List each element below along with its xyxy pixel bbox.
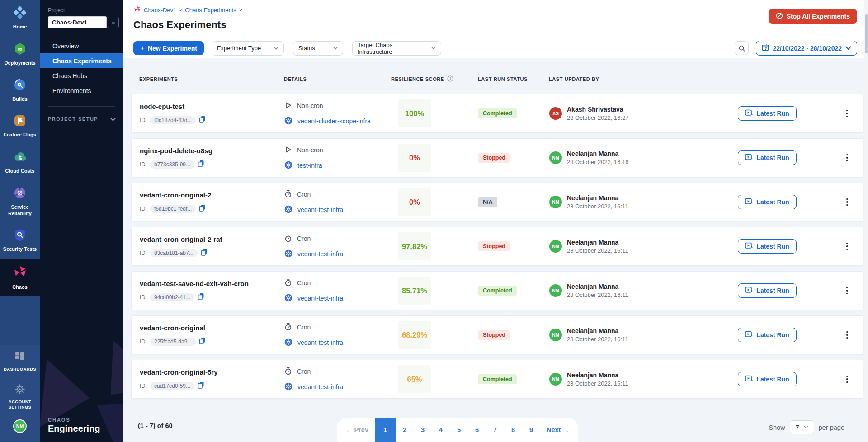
user-avatar[interactable]: NM — [13, 419, 27, 433]
latest-run-button[interactable]: Latest Run — [738, 328, 796, 342]
table-row[interactable]: vedant-cron-original-2-raf ID: 83cab181-… — [131, 227, 863, 266]
sidebar-item-overview[interactable]: Overview — [40, 38, 123, 53]
avatar: NM — [549, 240, 562, 253]
rail-item-dashboards[interactable]: DASHBOARDS — [0, 345, 40, 378]
experiment-id: b773c335-99... — [150, 160, 194, 169]
date-range-picker[interactable]: 22/10/2022 - 28/10/2022 — [756, 41, 857, 56]
play-icon — [284, 101, 292, 111]
rail-item-builds[interactable]: Builds — [0, 72, 40, 108]
table-row[interactable]: vedant-cron-original-2 ID: f6d19bc1-fedf… — [131, 183, 863, 221]
schedule-type: Cron — [297, 324, 311, 331]
stopwatch-icon — [284, 234, 292, 244]
updated-date: 28 October 2022, 16:11 — [567, 380, 628, 387]
copy-icon[interactable] — [198, 160, 204, 169]
rail-item-chaos[interactable]: Chaos — [0, 259, 40, 296]
project-setup-section[interactable]: PROJECT SETUP — [48, 115, 116, 123]
copy-icon[interactable] — [201, 249, 208, 257]
page-button-1[interactable]: 1 — [375, 418, 396, 442]
rail-item-account-settings[interactable]: ACCOUNT SETTINGS — [0, 378, 40, 416]
infrastructure-link[interactable]: vedant-cluster-scope-infra — [297, 118, 371, 125]
updated-date: 28 October 2022, 16:16 — [567, 159, 629, 165]
rail-item-feature-flags[interactable]: Feature Flags — [0, 108, 40, 144]
experiment-name: vedant-test-save-nd-exit-v8h-cron — [140, 280, 284, 287]
kubernetes-icon — [284, 249, 292, 259]
project-select-input[interactable] — [48, 16, 107, 28]
infrastructure-link[interactable]: vedant-test-infra — [297, 206, 343, 213]
page-button-7[interactable]: 7 — [486, 418, 504, 442]
page-size-select[interactable]: 7 — [790, 420, 814, 434]
status-badge: Completed — [478, 286, 517, 296]
latest-run-button[interactable]: Latest Run — [738, 195, 796, 209]
rail-item-cloud-costs[interactable]: $ Cloud Costs — [0, 144, 40, 180]
row-menu-button[interactable] — [844, 240, 851, 253]
latest-run-button[interactable]: Latest Run — [738, 239, 796, 254]
infrastructure-link[interactable]: vedant-test-infra — [297, 295, 343, 302]
page-button-5[interactable]: 5 — [450, 418, 468, 442]
rail-spacer — [0, 296, 40, 346]
table-row[interactable]: nginx-pod-delete-u8sg ID: b773c335-99...… — [131, 138, 863, 177]
rail-item-home[interactable]: Home — [0, 0, 40, 36]
table-row[interactable]: vedant-cron-original-5ry ID: cad17ed0-59… — [131, 360, 863, 399]
latest-run-button[interactable]: Latest Run — [738, 283, 796, 298]
latest-run-button[interactable]: Latest Run — [738, 150, 796, 165]
prev-page-button[interactable]: ← Prev — [340, 418, 375, 442]
row-menu-button[interactable] — [844, 196, 851, 209]
sidebar-item-chaos-hubs[interactable]: Chaos Hubs — [40, 68, 123, 83]
page-button-9[interactable]: 9 — [522, 418, 540, 442]
row-menu-button[interactable] — [844, 329, 851, 342]
stop-all-experiments-button[interactable]: Stop All Experiments — [769, 9, 857, 24]
rail-item-service-reliability[interactable]: Service Reliability — [0, 180, 40, 223]
page-button-8[interactable]: 8 — [504, 418, 522, 442]
page-button-6[interactable]: 6 — [468, 418, 486, 442]
latest-run-button[interactable]: Latest Run — [738, 372, 796, 386]
column-last-run-status: LAST RUN STATUS — [478, 76, 549, 82]
sidebar-item-chaos-experiments[interactable]: Chaos Experiments — [40, 53, 123, 68]
copy-icon[interactable] — [198, 381, 204, 390]
breadcrumb-project-link[interactable]: Chaos-Dev1 — [144, 7, 176, 14]
experiment-name: nginx-pod-delete-u8sg — [140, 147, 284, 155]
experiment-id: f6d19bc1-fedf... — [150, 205, 196, 213]
scrollbar[interactable] — [864, 0, 868, 442]
experiment-name: vedant-cron-original-5ry — [140, 368, 284, 376]
expand-sidebar-button[interactable]: » — [108, 17, 119, 28]
target-infrastructure-filter[interactable]: Target Chaos Infrastructure — [352, 41, 441, 56]
breadcrumb: Chaos-Dev1 > Chaos Experiments > — [133, 5, 857, 14]
copy-icon[interactable] — [199, 116, 206, 124]
page-button-2[interactable]: 2 — [396, 418, 414, 442]
latest-run-button[interactable]: Latest Run — [738, 106, 796, 121]
status-filter[interactable]: Status — [293, 41, 343, 56]
rail-item-security-tests[interactable]: Security Tests — [0, 222, 40, 259]
table-row[interactable]: vedant-cron-original ID: 225fcad5-da9...… — [131, 315, 863, 354]
copy-icon[interactable] — [199, 204, 206, 213]
search-icon — [738, 45, 745, 52]
rail-item-deployments[interactable]: ∞ Deployments — [0, 36, 40, 72]
search-button[interactable] — [735, 41, 749, 55]
copy-icon[interactable] — [199, 337, 206, 346]
new-experiment-button[interactable]: + New Experiment — [133, 41, 204, 55]
chaos-icon — [12, 264, 28, 282]
row-menu-button[interactable] — [844, 107, 851, 120]
page-header: Chaos-Dev1 > Chaos Experiments > Chaos E… — [123, 0, 868, 38]
row-menu-button[interactable] — [844, 284, 851, 297]
gear-icon — [14, 384, 25, 396]
table-row[interactable]: node-cpu-test ID: f0c187d4-43d... Non-cr… — [131, 94, 863, 133]
rail-bottom-group: DASHBOARDS ACCOUNT SETTINGS NM — [0, 345, 40, 442]
chevron-down-icon — [274, 47, 278, 50]
page-button-3[interactable]: 3 — [414, 418, 432, 442]
updated-by-name: Neelanjan Manna — [567, 150, 629, 157]
infrastructure-link[interactable]: vedant-test-infra — [297, 339, 343, 346]
page-button-4[interactable]: 4 — [432, 418, 450, 442]
infrastructure-link[interactable]: vedant-test-infra — [297, 383, 343, 390]
experiment-type-filter[interactable]: Experiment Type — [212, 41, 284, 56]
copy-icon[interactable] — [198, 293, 204, 301]
sidebar-item-environments[interactable]: Environments — [40, 83, 123, 98]
next-page-button[interactable]: Next → — [540, 418, 576, 442]
info-icon[interactable] — [447, 75, 453, 83]
table-row[interactable]: vedant-test-save-nd-exit-v8h-cron ID: 94… — [131, 271, 863, 310]
row-menu-button[interactable] — [844, 151, 851, 165]
row-menu-button[interactable] — [844, 373, 851, 386]
scrollbar-thumb[interactable] — [865, 14, 868, 53]
infrastructure-link[interactable]: vedant-test-infra — [297, 250, 343, 258]
breadcrumb-experiments-link[interactable]: Chaos Experiments — [185, 7, 236, 14]
infrastructure-link[interactable]: test-infra — [297, 162, 322, 169]
